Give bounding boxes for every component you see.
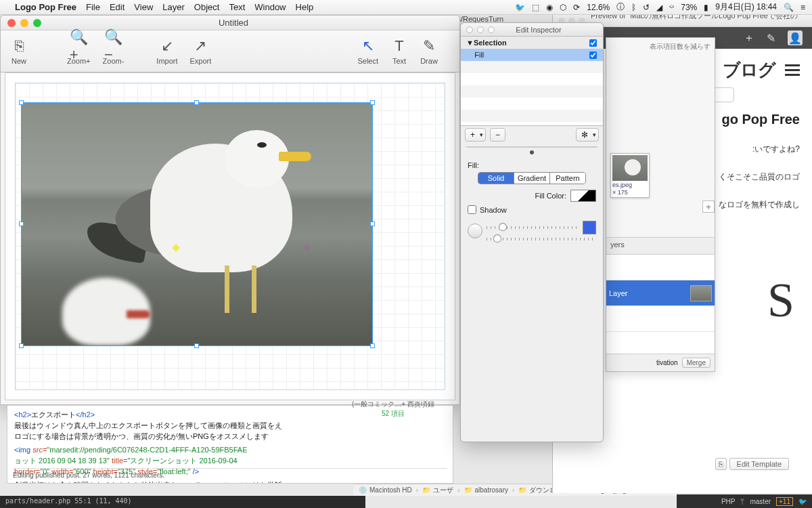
- merge-button[interactable]: Merge: [682, 358, 710, 368]
- pencil-icon[interactable]: ✎: [767, 32, 775, 45]
- angle-knob[interactable]: [468, 224, 482, 238]
- menu-edit[interactable]: Edit: [110, 2, 125, 12]
- add-chevron-icon[interactable]: ▾: [480, 129, 485, 141]
- shadow-label: Shadow: [480, 206, 507, 214]
- sync-icon[interactable]: ⟳: [573, 3, 580, 12]
- menu-window[interactable]: Window: [254, 2, 286, 12]
- wifi-icon[interactable]: ⌔: [669, 3, 674, 12]
- handle-e[interactable]: [370, 221, 375, 226]
- handle-sw[interactable]: [19, 343, 24, 348]
- status-bar-right: PHP ᛘ master +11 🐦: [677, 494, 812, 508]
- menu-text[interactable]: Text: [229, 2, 245, 12]
- seg-solid[interactable]: Solid: [478, 173, 514, 184]
- remove-item-button[interactable]: −: [491, 129, 505, 141]
- timemachine-icon[interactable]: ↺: [643, 3, 650, 12]
- export-button[interactable]: ↗Export: [190, 37, 212, 65]
- edit-inspector: Edit Inspector ▼ Selection Fill +▾ − ✻▾ …: [460, 22, 604, 442]
- seg-pattern[interactable]: Pattern: [549, 173, 585, 184]
- git-branch[interactable]: master: [750, 498, 771, 505]
- canvas[interactable]: [5, 72, 455, 400]
- fill-color-swatch[interactable]: [570, 190, 596, 202]
- shadow-slider-1[interactable]: [487, 226, 579, 229]
- cpu-percent: 12.6%: [587, 3, 610, 12]
- status-bar-left: parts/header.php 55:1 (11, 440): [0, 496, 365, 508]
- menubar: Logo Pop Free File Edit View Layer Objec…: [0, 0, 812, 15]
- shadow-slider-2[interactable]: [487, 238, 596, 240]
- add-remove-group: +▾: [465, 128, 486, 142]
- battery-icon[interactable]: ▮: [704, 3, 708, 12]
- zoom-in-button[interactable]: 🔍+Zoom+: [67, 37, 91, 65]
- layer-row-empty2[interactable]: [606, 306, 715, 332]
- selection-checkbox[interactable]: [589, 39, 597, 46]
- add-item-button[interactable]: +: [466, 129, 480, 141]
- draw-button[interactable]: ✎Draw: [420, 37, 438, 65]
- editor-status: Editing published post. 27 words, 1121 c…: [13, 468, 447, 481]
- handle-n[interactable]: [194, 100, 199, 105]
- fill-checkbox[interactable]: [589, 51, 597, 58]
- seg-gradient[interactable]: Gradient: [514, 173, 549, 184]
- menu-help[interactable]: Help: [296, 2, 314, 12]
- new-button[interactable]: ⎘New: [10, 37, 28, 65]
- twitter-icon[interactable]: 🐦: [515, 3, 525, 12]
- app-name[interactable]: Logo Pop Free: [15, 2, 76, 12]
- spotlight-icon[interactable]: 🔍: [784, 3, 794, 12]
- handle-s[interactable]: [194, 343, 199, 348]
- shadow-checkbox[interactable]: [468, 205, 476, 214]
- notification-icon[interactable]: ≡: [800, 3, 805, 12]
- gear-icon[interactable]: ✻: [577, 129, 593, 141]
- display-icon[interactable]: ⬚: [532, 3, 539, 12]
- handle-nw[interactable]: [19, 100, 24, 105]
- layer-row-selected[interactable]: Layer: [606, 280, 715, 306]
- text-icon: T: [390, 37, 408, 55]
- git-diff[interactable]: +11: [776, 497, 793, 506]
- placed-image[interactable]: [22, 103, 372, 345]
- text-button[interactable]: TText: [390, 37, 408, 65]
- dropbox-icon[interactable]: ⬡: [560, 3, 566, 12]
- onepassword-icon[interactable]: ⓘ: [616, 1, 625, 13]
- avatar-icon[interactable]: 👤: [788, 30, 803, 45]
- tivation-label: tivation: [656, 359, 678, 366]
- menu-view[interactable]: View: [134, 2, 153, 12]
- menu-layer[interactable]: Layer: [162, 2, 185, 12]
- edit-template-button[interactable]: Edit Template: [729, 458, 789, 470]
- shadow-color-swatch[interactable]: [583, 221, 596, 234]
- row-fill[interactable]: Fill: [461, 49, 603, 61]
- bluetooth-icon[interactable]: ᛒ: [631, 3, 636, 12]
- image-thumbnail[interactable]: es.jpeg × 175: [610, 153, 650, 198]
- volume-icon[interactable]: ◢: [656, 3, 662, 12]
- pin-icon[interactable]: ⎘: [715, 458, 727, 470]
- layer-row-empty[interactable]: [606, 255, 715, 280]
- cursor-icon: ↖: [359, 37, 377, 55]
- handle-ne[interactable]: [370, 100, 375, 105]
- pencil-icon: ✎: [420, 37, 438, 55]
- selection-box[interactable]: [21, 102, 373, 346]
- center-marker[interactable]: [304, 245, 310, 251]
- folder-hint: (一般コミック…+ 西炎頃録 52 項目: [352, 400, 434, 419]
- menu-file[interactable]: File: [86, 2, 100, 12]
- handle-se[interactable]: [370, 343, 375, 348]
- import-button[interactable]: ↙Import: [156, 37, 177, 65]
- select-button[interactable]: ↖Select: [357, 37, 378, 65]
- logo-pop-window: Untitled ⎘New 🔍+Zoom+ 🔍−Zoom- ↙Import ↗E…: [0, 15, 460, 405]
- git-branch-icon[interactable]: ᛘ: [740, 498, 744, 505]
- layer-thumb: [690, 285, 712, 301]
- twitter-small-icon[interactable]: 🐦: [798, 498, 807, 505]
- thumb-dimensions: × 175: [612, 188, 648, 196]
- battery-percent: 73%: [681, 3, 697, 12]
- add-button[interactable]: +: [702, 200, 715, 213]
- clock[interactable]: 9月4日(日) 18:44: [715, 1, 777, 13]
- inspector-title: Edit Inspector: [474, 26, 603, 34]
- handle-w[interactable]: [19, 221, 24, 226]
- plus-icon[interactable]: ＋: [744, 31, 754, 45]
- import-icon: ↙: [158, 37, 176, 55]
- layers-list: Layer: [606, 255, 715, 354]
- lang-badge: PHP: [721, 498, 736, 505]
- zoom-out-button[interactable]: 🔍−Zoom-: [103, 37, 125, 65]
- section-selection[interactable]: ▼ Selection: [461, 37, 603, 49]
- line-icon[interactable]: ◉: [546, 3, 553, 12]
- reduce-items-link[interactable]: 表示項目数を減らす: [650, 42, 710, 51]
- hamburger-icon[interactable]: [785, 64, 800, 76]
- gear-chevron-icon[interactable]: ▾: [593, 129, 598, 141]
- fill-color-label: Fill Color:: [535, 192, 566, 200]
- menu-object[interactable]: Object: [194, 2, 220, 12]
